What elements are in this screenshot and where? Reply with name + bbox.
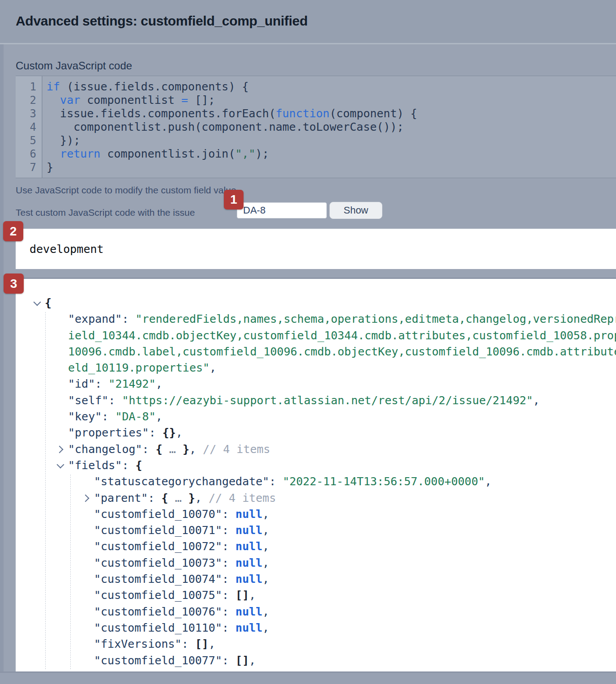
json-token: // 4 items (202, 492, 276, 504)
page-header: Advanced settings: customfield_comp_unif… (0, 0, 616, 43)
json-token: "self" (68, 394, 108, 407)
json-token: null (235, 573, 262, 586)
json-token: , (262, 540, 269, 553)
code-token: var (60, 94, 80, 107)
line-number: 3 (16, 107, 42, 120)
json-token: , (485, 475, 492, 488)
json-token: , (262, 605, 269, 618)
code-line: 3 issue.fields.components.forEach(functi… (16, 107, 616, 120)
json-token: "customfield_10076" (94, 605, 222, 618)
annotation-badge-3: 3 (4, 274, 24, 294)
annotation-badge-1: 1 (224, 190, 244, 209)
json-token: 10096.cmdb.label,customfield_10096.cmdb.… (68, 345, 616, 358)
json-token: "fixVersions" (94, 637, 182, 650)
chevron-down-icon[interactable] (55, 461, 68, 470)
code-line: 5 }); (16, 134, 616, 147)
json-token: : (149, 426, 163, 439)
json-token: , (262, 556, 269, 569)
code-token: componentlist.push(component.name.toLowe… (47, 120, 404, 133)
json-token: } (188, 492, 195, 504)
json-token: : (222, 556, 235, 569)
json-token: : (222, 524, 235, 537)
json-token: "customfield_10110" (94, 621, 222, 634)
chevron-down-icon[interactable] (32, 298, 45, 308)
json-token: , (156, 377, 163, 390)
code-token (47, 147, 60, 160)
json-token: [] (235, 654, 249, 667)
json-token: "key" (68, 410, 102, 423)
json-row: 10096.cmdb.label,customfield_10096.cmdb.… (16, 344, 616, 360)
code-text: var componentlist = []; (42, 94, 215, 107)
json-token: : (222, 540, 235, 553)
json-token: : (95, 377, 108, 390)
code-token: function (276, 107, 329, 120)
json-row: "customfield_10070": null, (16, 506, 616, 522)
json-token: : (222, 605, 235, 618)
json-token: eld_10119.properties" (68, 361, 210, 374)
code-token: }); (47, 134, 80, 147)
chevron-right-icon[interactable] (55, 445, 68, 454)
line-number: 2 (16, 94, 42, 107)
json-token: null (235, 556, 262, 569)
issue-json-viewer: { "expand": "renderedFields,names,schema… (16, 279, 616, 671)
issue-key-input[interactable] (237, 202, 327, 218)
code-line: 6 return componentlist.join(","); (16, 147, 616, 161)
editor-hint-text: Use JavaScript code to modify the custom… (16, 185, 239, 196)
code-text: issue.fields.components.forEach(function… (42, 107, 417, 120)
json-token: , (195, 492, 202, 504)
json-row: { (16, 295, 616, 311)
json-row: "customfield_10072": null, (16, 539, 616, 555)
code-token: componentlist.join( (100, 147, 235, 160)
json-token: null (235, 540, 262, 553)
json-row: ield_10344.cmdb.objectKey,customfield_10… (16, 328, 616, 344)
code-token: (issue.fields.components) { (60, 80, 248, 93)
code-text: if (issue.fields.components) { (42, 80, 249, 93)
json-token: : (222, 654, 235, 667)
json-token: "customfield_10073" (94, 556, 222, 569)
json-row: "fields": { (16, 457, 616, 474)
json-token: : (148, 492, 161, 504)
code-token: return (60, 147, 100, 160)
code-token: []; (188, 94, 215, 107)
json-token: [] (195, 637, 209, 650)
json-token: : (222, 508, 235, 521)
code-editor[interactable]: 1if (issue.fields.components) { 2 var co… (16, 76, 616, 178)
json-token: null (235, 524, 262, 537)
json-row: "customfield_10076": null, (16, 604, 616, 620)
json-token: "customfield_10074" (94, 573, 222, 586)
json-token: … (163, 443, 183, 456)
chevron-right-icon[interactable] (81, 493, 94, 503)
line-number: 5 (16, 134, 42, 147)
json-token: : (122, 312, 135, 325)
code-token: = (181, 94, 188, 107)
json-token: "customfield_10070" (94, 508, 222, 521)
code-line: 1if (issue.fields.components) { (16, 80, 616, 94)
show-button[interactable]: Show (329, 202, 382, 219)
json-row: "parent": { … }, // 4 items (16, 490, 616, 506)
code-text: }); (42, 134, 80, 147)
json-token: : (222, 621, 235, 634)
annotation-badge-2: 2 (3, 221, 23, 241)
line-number: 4 (16, 120, 42, 134)
json-token: , (249, 654, 256, 667)
code-token: "," (235, 147, 255, 160)
left-edge-strip (0, 44, 4, 684)
json-token: : (142, 443, 156, 456)
code-token (47, 94, 60, 107)
json-token: : (122, 459, 135, 472)
json-token: { (136, 459, 142, 472)
json-token: "expand" (68, 312, 122, 325)
line-number: 6 (16, 147, 42, 161)
page-title: Advanced settings: customfield_comp_unif… (16, 13, 308, 29)
line-number: 7 (16, 161, 42, 174)
json-token: null (235, 508, 262, 521)
json-row: "customfield_10073": null, (16, 555, 616, 571)
code-text: return componentlist.join(","); (42, 147, 269, 160)
json-row: "expand": "renderedFields,names,schema,o… (16, 311, 616, 327)
custom-field-value-panel: development (16, 229, 616, 269)
json-row: "customfield_10110": null, (16, 620, 616, 636)
code-line: 4 componentlist.push(component.name.toLo… (16, 120, 616, 134)
json-token: null (235, 621, 262, 634)
json-token: : (269, 475, 282, 488)
json-token: [] (235, 589, 249, 602)
